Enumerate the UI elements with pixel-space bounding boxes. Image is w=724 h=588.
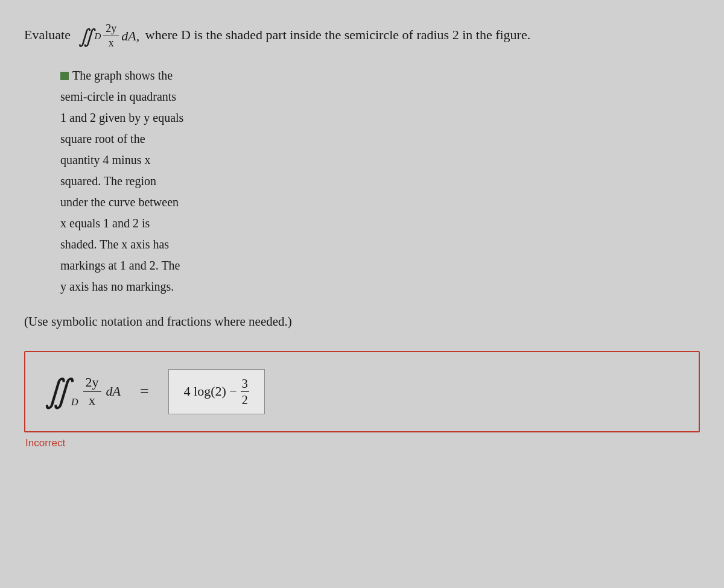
bullet-icon xyxy=(60,72,69,80)
desc-line-9: shaded. The x axis has xyxy=(60,238,169,251)
desc-line-3: 1 and 2 given by y equals xyxy=(60,111,183,124)
problem-statement: Evaluate ∬ D 2y x dA, where D is the sha… xyxy=(24,22,700,51)
answer-value-box[interactable]: 4 log(2) − 3 2 xyxy=(168,369,265,414)
problem-suffix: where D is the shaded part inside the se… xyxy=(145,27,530,42)
desc-line-6: squared. The region xyxy=(60,174,156,188)
frac-2y-num: 2y xyxy=(103,22,119,36)
answer-frac-2y: 2y xyxy=(83,374,101,392)
desc-line-8: x equals 1 and 2 is xyxy=(60,217,150,230)
equals-sign: = xyxy=(140,382,149,400)
desc-line-2: semi-circle in quadrants xyxy=(60,90,176,103)
desc-line-4: square root of the xyxy=(60,132,145,145)
answer-box: ∬ D 2y x dA = 4 log(2) − 3 2 xyxy=(24,351,700,432)
integral-wrapper: ∬ D xyxy=(45,375,78,408)
desc-line-1: The graph shows the xyxy=(72,69,173,82)
answer-integral: ∬ D 2y x dA xyxy=(45,374,121,409)
frac-x-den: x xyxy=(106,36,116,50)
evaluate-prefix: Evaluate xyxy=(24,27,71,42)
answer-frac-x: x xyxy=(86,392,98,409)
answer-frac-3: 3 xyxy=(241,376,249,392)
answer-fraction-2y-x: 2y x xyxy=(83,374,101,409)
desc-line-11: y axis has no markings. xyxy=(60,280,174,293)
answer-value-fraction: 3 2 xyxy=(241,376,249,408)
answer-integral-symbol: ∬ xyxy=(45,375,71,408)
answer-value-text: 4 log(2) − xyxy=(184,384,237,399)
double-integral-symbol: ∬ xyxy=(78,27,94,46)
notation-note: (Use symbolic notation and fractions whe… xyxy=(24,314,700,329)
description-block: The graph shows the semi-circle in quadr… xyxy=(60,65,700,297)
subscript-D-problem: D xyxy=(94,30,101,43)
answer-frac-2: 2 xyxy=(241,392,249,408)
desc-line-7: under the curve between xyxy=(60,195,179,209)
desc-line-5: quantity 4 minus x xyxy=(60,153,150,166)
answer-dA-label: dA xyxy=(106,384,121,399)
description-text: The graph shows the semi-circle in quadr… xyxy=(60,65,700,297)
answer-subscript-D: D xyxy=(71,397,78,408)
desc-line-10: markings at 1 and 2. The xyxy=(60,259,180,272)
incorrect-label: Incorrect xyxy=(25,437,700,449)
dA-text: dA, xyxy=(121,26,139,46)
problem-fraction: 2y x xyxy=(103,22,119,51)
